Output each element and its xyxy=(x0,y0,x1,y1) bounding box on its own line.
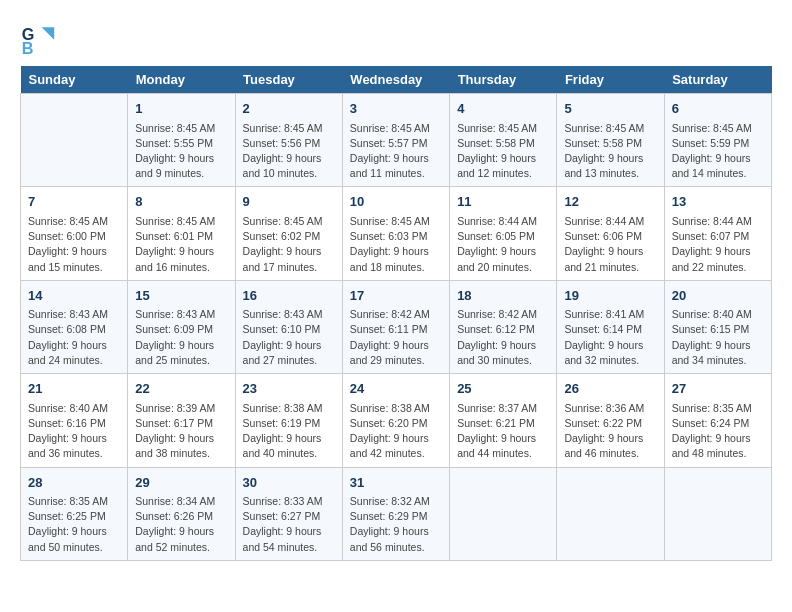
day-number: 12 xyxy=(564,192,656,212)
calendar-cell: 19Sunrise: 8:41 AMSunset: 6:14 PMDayligh… xyxy=(557,280,664,373)
svg-marker-2 xyxy=(42,27,55,40)
calendar-cell: 23Sunrise: 8:38 AMSunset: 6:19 PMDayligh… xyxy=(235,374,342,467)
day-number: 24 xyxy=(350,379,442,399)
day-info: Sunrise: 8:36 AMSunset: 6:22 PMDaylight:… xyxy=(564,401,656,462)
calendar-cell: 9Sunrise: 8:45 AMSunset: 6:02 PMDaylight… xyxy=(235,187,342,280)
day-info: Sunrise: 8:35 AMSunset: 6:24 PMDaylight:… xyxy=(672,401,764,462)
day-header-wednesday: Wednesday xyxy=(342,66,449,94)
svg-text:B: B xyxy=(22,39,34,56)
day-number: 18 xyxy=(457,286,549,306)
calendar-week-4: 21Sunrise: 8:40 AMSunset: 6:16 PMDayligh… xyxy=(21,374,772,467)
day-number: 1 xyxy=(135,99,227,119)
calendar-cell xyxy=(664,467,771,560)
header: G B xyxy=(20,20,772,56)
day-number: 22 xyxy=(135,379,227,399)
day-number: 30 xyxy=(243,473,335,493)
calendar-cell: 8Sunrise: 8:45 AMSunset: 6:01 PMDaylight… xyxy=(128,187,235,280)
day-number: 3 xyxy=(350,99,442,119)
day-info: Sunrise: 8:45 AMSunset: 5:57 PMDaylight:… xyxy=(350,121,442,182)
day-number: 17 xyxy=(350,286,442,306)
calendar-cell: 12Sunrise: 8:44 AMSunset: 6:06 PMDayligh… xyxy=(557,187,664,280)
day-info: Sunrise: 8:38 AMSunset: 6:20 PMDaylight:… xyxy=(350,401,442,462)
day-info: Sunrise: 8:45 AMSunset: 5:58 PMDaylight:… xyxy=(564,121,656,182)
calendar-cell: 2Sunrise: 8:45 AMSunset: 5:56 PMDaylight… xyxy=(235,94,342,187)
calendar-week-2: 7Sunrise: 8:45 AMSunset: 6:00 PMDaylight… xyxy=(21,187,772,280)
calendar-cell: 22Sunrise: 8:39 AMSunset: 6:17 PMDayligh… xyxy=(128,374,235,467)
calendar-cell: 21Sunrise: 8:40 AMSunset: 6:16 PMDayligh… xyxy=(21,374,128,467)
calendar-week-5: 28Sunrise: 8:35 AMSunset: 6:25 PMDayligh… xyxy=(21,467,772,560)
calendar-cell: 30Sunrise: 8:33 AMSunset: 6:27 PMDayligh… xyxy=(235,467,342,560)
day-info: Sunrise: 8:41 AMSunset: 6:14 PMDaylight:… xyxy=(564,307,656,368)
day-number: 6 xyxy=(672,99,764,119)
day-number: 23 xyxy=(243,379,335,399)
calendar-cell: 4Sunrise: 8:45 AMSunset: 5:58 PMDaylight… xyxy=(450,94,557,187)
calendar-cell: 13Sunrise: 8:44 AMSunset: 6:07 PMDayligh… xyxy=(664,187,771,280)
day-header-sunday: Sunday xyxy=(21,66,128,94)
day-info: Sunrise: 8:34 AMSunset: 6:26 PMDaylight:… xyxy=(135,494,227,555)
calendar-cell: 17Sunrise: 8:42 AMSunset: 6:11 PMDayligh… xyxy=(342,280,449,373)
calendar-cell: 3Sunrise: 8:45 AMSunset: 5:57 PMDaylight… xyxy=(342,94,449,187)
day-headers-row: SundayMondayTuesdayWednesdayThursdayFrid… xyxy=(21,66,772,94)
day-header-saturday: Saturday xyxy=(664,66,771,94)
day-number: 20 xyxy=(672,286,764,306)
day-header-tuesday: Tuesday xyxy=(235,66,342,94)
day-header-thursday: Thursday xyxy=(450,66,557,94)
calendar-cell: 31Sunrise: 8:32 AMSunset: 6:29 PMDayligh… xyxy=(342,467,449,560)
calendar-cell xyxy=(450,467,557,560)
day-number: 21 xyxy=(28,379,120,399)
day-header-friday: Friday xyxy=(557,66,664,94)
calendar-cell: 27Sunrise: 8:35 AMSunset: 6:24 PMDayligh… xyxy=(664,374,771,467)
day-header-monday: Monday xyxy=(128,66,235,94)
day-info: Sunrise: 8:40 AMSunset: 6:16 PMDaylight:… xyxy=(28,401,120,462)
calendar-cell: 15Sunrise: 8:43 AMSunset: 6:09 PMDayligh… xyxy=(128,280,235,373)
day-info: Sunrise: 8:45 AMSunset: 5:55 PMDaylight:… xyxy=(135,121,227,182)
day-number: 19 xyxy=(564,286,656,306)
day-info: Sunrise: 8:43 AMSunset: 6:09 PMDaylight:… xyxy=(135,307,227,368)
logo-icon: G B xyxy=(20,20,56,56)
day-number: 5 xyxy=(564,99,656,119)
day-info: Sunrise: 8:45 AMSunset: 6:02 PMDaylight:… xyxy=(243,214,335,275)
calendar-cell: 26Sunrise: 8:36 AMSunset: 6:22 PMDayligh… xyxy=(557,374,664,467)
day-number: 8 xyxy=(135,192,227,212)
calendar-cell: 18Sunrise: 8:42 AMSunset: 6:12 PMDayligh… xyxy=(450,280,557,373)
calendar-cell: 14Sunrise: 8:43 AMSunset: 6:08 PMDayligh… xyxy=(21,280,128,373)
day-number: 11 xyxy=(457,192,549,212)
day-number: 10 xyxy=(350,192,442,212)
day-info: Sunrise: 8:40 AMSunset: 6:15 PMDaylight:… xyxy=(672,307,764,368)
calendar-cell: 6Sunrise: 8:45 AMSunset: 5:59 PMDaylight… xyxy=(664,94,771,187)
day-info: Sunrise: 8:45 AMSunset: 6:01 PMDaylight:… xyxy=(135,214,227,275)
day-number: 15 xyxy=(135,286,227,306)
calendar-cell: 1Sunrise: 8:45 AMSunset: 5:55 PMDaylight… xyxy=(128,94,235,187)
calendar-cell: 20Sunrise: 8:40 AMSunset: 6:15 PMDayligh… xyxy=(664,280,771,373)
logo: G B xyxy=(20,20,60,56)
day-number: 9 xyxy=(243,192,335,212)
day-info: Sunrise: 8:42 AMSunset: 6:11 PMDaylight:… xyxy=(350,307,442,368)
day-number: 25 xyxy=(457,379,549,399)
calendar-cell: 16Sunrise: 8:43 AMSunset: 6:10 PMDayligh… xyxy=(235,280,342,373)
day-number: 7 xyxy=(28,192,120,212)
calendar-cell: 10Sunrise: 8:45 AMSunset: 6:03 PMDayligh… xyxy=(342,187,449,280)
calendar-cell: 5Sunrise: 8:45 AMSunset: 5:58 PMDaylight… xyxy=(557,94,664,187)
day-info: Sunrise: 8:35 AMSunset: 6:25 PMDaylight:… xyxy=(28,494,120,555)
day-number: 26 xyxy=(564,379,656,399)
day-info: Sunrise: 8:42 AMSunset: 6:12 PMDaylight:… xyxy=(457,307,549,368)
day-info: Sunrise: 8:45 AMSunset: 6:00 PMDaylight:… xyxy=(28,214,120,275)
day-info: Sunrise: 8:44 AMSunset: 6:07 PMDaylight:… xyxy=(672,214,764,275)
day-info: Sunrise: 8:33 AMSunset: 6:27 PMDaylight:… xyxy=(243,494,335,555)
day-info: Sunrise: 8:38 AMSunset: 6:19 PMDaylight:… xyxy=(243,401,335,462)
calendar-table: SundayMondayTuesdayWednesdayThursdayFrid… xyxy=(20,66,772,561)
day-info: Sunrise: 8:37 AMSunset: 6:21 PMDaylight:… xyxy=(457,401,549,462)
day-info: Sunrise: 8:32 AMSunset: 6:29 PMDaylight:… xyxy=(350,494,442,555)
calendar-cell: 7Sunrise: 8:45 AMSunset: 6:00 PMDaylight… xyxy=(21,187,128,280)
day-number: 2 xyxy=(243,99,335,119)
day-info: Sunrise: 8:45 AMSunset: 6:03 PMDaylight:… xyxy=(350,214,442,275)
day-info: Sunrise: 8:44 AMSunset: 6:06 PMDaylight:… xyxy=(564,214,656,275)
day-number: 14 xyxy=(28,286,120,306)
day-info: Sunrise: 8:45 AMSunset: 5:59 PMDaylight:… xyxy=(672,121,764,182)
day-number: 27 xyxy=(672,379,764,399)
day-number: 13 xyxy=(672,192,764,212)
day-number: 29 xyxy=(135,473,227,493)
calendar-week-3: 14Sunrise: 8:43 AMSunset: 6:08 PMDayligh… xyxy=(21,280,772,373)
calendar-cell: 28Sunrise: 8:35 AMSunset: 6:25 PMDayligh… xyxy=(21,467,128,560)
day-info: Sunrise: 8:39 AMSunset: 6:17 PMDaylight:… xyxy=(135,401,227,462)
